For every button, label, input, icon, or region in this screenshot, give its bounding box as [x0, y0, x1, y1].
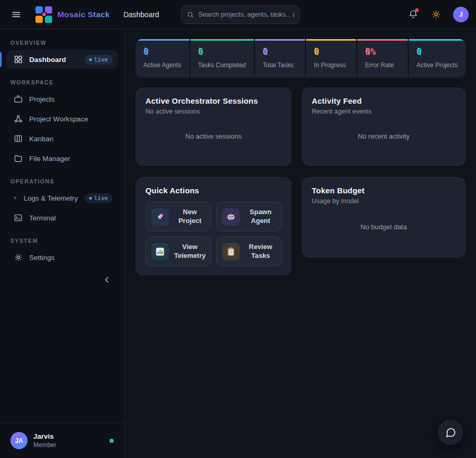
stat-label: Tasks Completed — [198, 61, 246, 69]
sidebar-item-file-manager[interactable]: File Manager — [6, 149, 118, 168]
stats-row: 0 Active Agents 0 Tasks Completed 0 Tota… — [136, 39, 466, 78]
terminal-icon — [14, 213, 23, 222]
activity-empty-state: No recent activity — [312, 115, 456, 157]
nodes-icon — [14, 114, 23, 123]
stat-label: Active Projects — [417, 61, 458, 69]
robot-icon — [222, 208, 240, 226]
stat-active-agents: 0 Active Agents — [136, 39, 189, 78]
sidebar-item-settings[interactable]: Settings — [6, 248, 118, 267]
mosaic-logo-icon — [35, 6, 52, 23]
sidebar-item-label: Project Workspace — [29, 115, 113, 123]
sidebar-item-label: Kanban — [29, 135, 113, 143]
sidebar-item-label: Settings — [29, 254, 113, 262]
online-status-dot — [109, 439, 114, 443]
stat-in-progress: 0 In Progress — [306, 39, 356, 78]
chevron-left-icon — [102, 275, 112, 284]
spawn-agent-button[interactable]: Spawn Agent — [216, 202, 282, 231]
sessions-card-subtitle: No active sessions — [145, 108, 282, 115]
token-budget-card: Token Budget Usage by model No budget da… — [302, 177, 466, 257]
new-project-button[interactable]: New Project — [145, 202, 211, 231]
search-icon — [187, 10, 194, 19]
stat-active-projects: 0 Active Projects — [409, 39, 466, 78]
sidebar-item-label: File Manager — [29, 155, 113, 163]
sessions-card: Active Orchestrator Sessions No active s… — [136, 88, 291, 166]
user-card[interactable]: JA Jarvis Member — [0, 423, 124, 458]
sidebar-collapse-button[interactable] — [100, 273, 114, 287]
action-label: New Project — [174, 208, 205, 226]
kanban-icon — [14, 134, 23, 143]
sidebar-item-label: Projects — [29, 95, 113, 103]
hamburger-icon — [11, 9, 21, 20]
chat-fab-button[interactable] — [438, 420, 463, 445]
stat-label: In Progress — [314, 61, 348, 69]
budget-card-title: Token Budget — [312, 186, 456, 195]
search-input[interactable] — [198, 11, 294, 18]
search-bar[interactable] — [181, 5, 300, 24]
briefcase-icon — [14, 94, 23, 104]
user-avatar[interactable]: J — [453, 7, 469, 22]
sidebar-item-project-workspace[interactable]: Project Workspace — [6, 109, 118, 128]
sidebar-item-dashboard[interactable]: Dashboard live — [6, 50, 118, 69]
quick-actions-card: Quick Actions New Project Spawn Agent — [136, 177, 291, 275]
user-role: Member — [33, 441, 104, 449]
sidebar-item-label: Dashboard — [29, 56, 78, 64]
review-tasks-button[interactable]: Review Tasks — [216, 237, 282, 266]
sessions-card-title: Active Orchestrator Sessions — [145, 96, 282, 105]
stat-label: Active Agents — [143, 61, 181, 69]
live-badge: live — [84, 193, 113, 203]
sidebar-item-terminal[interactable]: Terminal — [6, 208, 118, 227]
rocket-icon — [151, 208, 169, 226]
user-name: Jarvis — [33, 432, 104, 440]
sun-icon — [431, 9, 441, 19]
sidebar-item-projects[interactable]: Projects — [6, 90, 118, 108]
section-workspace: WORKSPACE — [6, 76, 118, 89]
section-operations: OPERATIONS — [6, 175, 118, 188]
clipboard-icon — [222, 243, 240, 261]
sidebar-item-logs-telemetry[interactable]: Logs & Telemetry live — [6, 189, 118, 207]
quick-actions-title: Quick Actions — [145, 186, 282, 195]
budget-empty-state: No budget data — [312, 205, 456, 249]
gear-icon — [14, 253, 23, 262]
sidebar-nav: OVERVIEW Dashboard live WORKSPACE Projec… — [0, 29, 124, 423]
brand-logo[interactable]: Mosaic Stack — [35, 6, 110, 23]
live-badge: live — [84, 55, 113, 65]
view-telemetry-button[interactable]: View Telemetry — [145, 237, 211, 266]
hamburger-menu-button[interactable] — [7, 6, 25, 23]
live-dot-icon — [89, 197, 92, 200]
sidebar-item-kanban[interactable]: Kanban — [6, 129, 118, 148]
notification-dot — [415, 8, 419, 12]
activity-card-title: Activity Feed — [312, 96, 456, 105]
dashboard-cards-grid: Active Orchestrator Sessions No active s… — [136, 88, 466, 275]
sidebar-item-label: Logs & Telemetry — [23, 194, 78, 202]
sidebar-item-label: Terminal — [29, 214, 113, 222]
user-avatar-initials: JA — [10, 432, 28, 449]
action-label: Review Tasks — [245, 243, 276, 261]
stat-tasks-completed: 0 Tasks Completed — [190, 39, 254, 78]
section-system: SYSTEM — [6, 234, 118, 247]
sessions-empty-state: No active sessions — [145, 115, 282, 157]
bar-chart-icon — [151, 243, 169, 261]
stat-label: Error Rate — [365, 61, 399, 69]
stat-label: Total Tasks — [263, 61, 297, 69]
activity-feed-card: Activity Feed Recent agent events No rec… — [302, 88, 466, 166]
stat-error-rate: 0% Error Rate — [357, 39, 407, 78]
theme-toggle-button[interactable] — [427, 6, 445, 23]
log-lines-icon — [14, 193, 17, 203]
main-content: 0 Active Agents 0 Tasks Completed 0 Tota… — [125, 29, 476, 458]
sidebar: OVERVIEW Dashboard live WORKSPACE Projec… — [0, 29, 125, 458]
folder-icon — [14, 154, 23, 163]
grid-icon — [14, 55, 23, 64]
brand-name: Mosaic Stack — [57, 10, 110, 19]
stat-total-tasks: 0 Total Tasks — [255, 39, 305, 78]
topbar: Mosaic Stack Dashboard J — [0, 0, 476, 29]
action-label: View Telemetry — [174, 243, 205, 261]
chat-bubble-icon — [445, 427, 456, 438]
action-label: Spawn Agent — [245, 208, 276, 226]
budget-card-subtitle: Usage by model — [312, 197, 456, 205]
live-dot-icon — [89, 58, 92, 61]
section-overview: OVERVIEW — [6, 36, 118, 49]
activity-card-subtitle: Recent agent events — [312, 108, 456, 115]
breadcrumb: Dashboard — [124, 10, 160, 19]
notifications-button[interactable] — [404, 6, 422, 23]
